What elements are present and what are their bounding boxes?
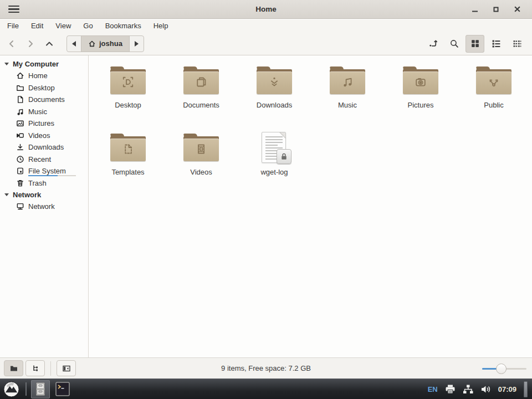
keyboard-layout-indicator[interactable]: EN <box>428 385 438 393</box>
file-wget-log[interactable]: wget-log <box>238 126 311 193</box>
sidebar-item-label: Music <box>28 108 47 116</box>
sidebar-section-label: My Computer <box>13 60 59 68</box>
network-icon <box>16 202 24 211</box>
zoom-slider[interactable] <box>482 363 526 374</box>
music-icon <box>16 108 24 116</box>
sidebar-item-label: Recent <box>28 155 51 163</box>
volume-icon[interactable] <box>480 385 491 394</box>
sidebar-item-label: Documents <box>28 95 65 104</box>
taskbar-terminal-icon[interactable] <box>53 380 72 398</box>
desktop-screen: Home FileEditViewGoBookmarksHelp <box>0 0 532 399</box>
folder-documents[interactable]: Documents <box>165 59 238 126</box>
file-label: Templates <box>111 168 144 176</box>
sidebar-item-recent[interactable]: Recent <box>0 154 88 166</box>
folder-videos[interactable]: Videos <box>165 126 238 193</box>
close-button[interactable] <box>509 2 525 17</box>
folder-templates[interactable]: Templates <box>91 126 165 193</box>
compact-view-icon[interactable] <box>508 35 526 53</box>
window-title: Home <box>0 5 532 13</box>
list-view-icon[interactable] <box>487 35 505 53</box>
breadcrumb-back-icon[interactable] <box>67 36 81 52</box>
picture-icon <box>16 119 24 127</box>
system-tray: EN <box>428 381 532 397</box>
sidebar-item-documents[interactable]: Documents <box>0 94 88 106</box>
home-icon <box>88 40 96 48</box>
menu-item-file[interactable]: File <box>1 20 25 32</box>
taskbar-file-manager-icon[interactable] <box>31 380 50 398</box>
drive-icon <box>16 167 24 175</box>
folder-music[interactable]: Music <box>311 59 384 126</box>
menu-item-bookmarks[interactable]: Bookmarks <box>99 20 147 32</box>
back-button[interactable] <box>2 35 21 52</box>
sidebar: My ComputerHomeDesktopDocumentsMusicPict… <box>0 55 89 357</box>
sidebar-item-downloads[interactable]: Downloads <box>0 141 88 154</box>
menu-item-help[interactable]: Help <box>147 20 175 32</box>
sidebar-section-label: Network <box>13 191 41 199</box>
file-label: Videos <box>190 168 212 176</box>
forward-button[interactable] <box>21 35 40 52</box>
show-desktop-button[interactable] <box>524 381 528 397</box>
status-separator <box>50 361 51 376</box>
menu-item-go[interactable]: Go <box>77 20 99 32</box>
sidebar-item-label: Pictures <box>28 119 54 127</box>
statusbar: 9 items, Free space: 7.2 GB <box>0 357 532 378</box>
search-icon[interactable] <box>444 35 463 53</box>
expander-triangle-icon <box>4 193 9 196</box>
download-icon <box>16 143 24 151</box>
file-label: Desktop <box>115 101 141 109</box>
toggle-sidebar-button[interactable] <box>57 360 76 376</box>
file-label: Public <box>484 101 503 109</box>
home-icon <box>16 71 24 80</box>
sidebar-item-desktop[interactable]: Desktop <box>0 82 88 94</box>
clock-icon <box>16 155 24 163</box>
window-titlebar: Home <box>0 0 532 19</box>
folder-desktop[interactable]: Desktop <box>91 59 165 126</box>
menu-item-edit[interactable]: Edit <box>25 20 49 32</box>
zoom-slider-handle[interactable] <box>496 364 507 374</box>
breadcrumb-segment-home[interactable]: joshua <box>81 36 130 52</box>
network-icon[interactable] <box>463 385 473 394</box>
sidebar-section-network[interactable]: Network <box>0 189 88 201</box>
folder-icon <box>183 134 219 161</box>
up-button[interactable] <box>40 35 59 52</box>
folder-downloads[interactable]: Downloads <box>238 59 311 126</box>
sidebar-item-trash[interactable]: Trash <box>0 177 88 190</box>
grid-view-icon[interactable] <box>466 35 484 53</box>
desktop-emblem-icon <box>121 75 135 90</box>
folder-icon <box>183 66 219 94</box>
hamburger-menu-icon[interactable] <box>3 2 24 17</box>
file-grid: Desktop Documents Downloads Music Pictur… <box>89 56 532 357</box>
sidebar-item-network[interactable]: Network <box>0 201 88 213</box>
menubar: FileEditViewGoBookmarksHelp <box>0 19 532 32</box>
sidebar-item-label: Home <box>28 71 48 80</box>
pictures-emblem-icon <box>414 75 427 90</box>
places-mode-button[interactable] <box>4 360 23 376</box>
treeview-mode-button[interactable] <box>25 360 45 376</box>
sidebar-item-label: File System <box>28 167 66 175</box>
start-menu-logo-icon[interactable] <box>3 381 20 398</box>
sidebar-section-my-computer[interactable]: My Computer <box>0 58 88 70</box>
folder-public[interactable]: Public <box>457 59 530 126</box>
breadcrumb-label: joshua <box>99 39 122 48</box>
sidebar-item-label: Videos <box>28 131 50 140</box>
clock: 07:09 <box>498 385 516 393</box>
file-label: Documents <box>183 101 219 109</box>
menu-item-view[interactable]: View <box>49 20 77 32</box>
toolbar: joshua <box>0 32 532 55</box>
video-icon <box>16 131 24 140</box>
edit-location-icon[interactable] <box>423 35 442 53</box>
sidebar-item-videos[interactable]: Videos <box>0 130 88 142</box>
folder-pictures[interactable]: Pictures <box>384 59 457 126</box>
breadcrumb-forward-icon[interactable] <box>130 36 144 52</box>
sidebar-item-pictures[interactable]: Pictures <box>0 117 88 130</box>
sidebar-item-file-system[interactable]: File System <box>0 165 88 177</box>
file-label: Pictures <box>408 101 434 109</box>
sidebar-item-home[interactable]: Home <box>0 70 88 82</box>
minimize-button[interactable] <box>467 2 483 17</box>
sidebar-item-label: Trash <box>28 179 47 187</box>
file-label: wget-log <box>260 168 288 176</box>
text-file-icon <box>262 132 287 163</box>
printer-icon[interactable] <box>445 385 456 394</box>
sidebar-item-music[interactable]: Music <box>0 106 88 118</box>
maximize-button[interactable] <box>488 2 504 17</box>
